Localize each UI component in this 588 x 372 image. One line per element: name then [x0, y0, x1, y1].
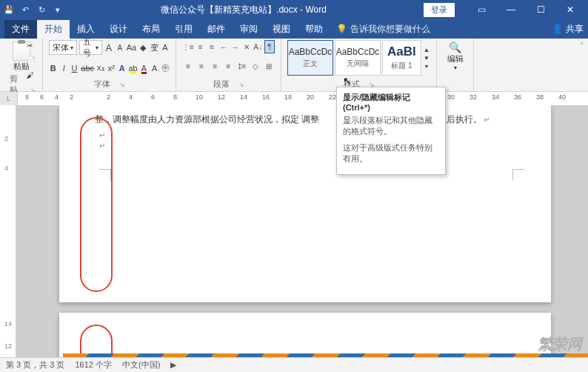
share-icon: 👤 — [552, 24, 563, 34]
show-hide-marks-button[interactable]: ¶ — [264, 40, 275, 53]
tab-selector[interactable]: L — [0, 92, 18, 105]
shading-icon[interactable]: ◇ — [250, 59, 261, 73]
page-1[interactable]: 整，调整幅度由人力资源部根据公司经营状况，拟定 调整意后执行。↵ ↵ ↵ — [59, 105, 551, 302]
group-styles: AaBbCcDc 正文 AaBbCcDc 无间隔 AaBl 标题 1 ▲ ▼ ▾… — [281, 39, 437, 91]
language-indicator[interactable]: 中文(中国) — [122, 359, 160, 371]
highlight-color-icon[interactable]: ab — [128, 62, 137, 75]
share-button[interactable]: 👤 共享 — [552, 23, 584, 36]
paragraph-launcher-icon[interactable]: ↘ — [238, 81, 244, 88]
font-launcher-icon[interactable]: ↘ — [119, 81, 125, 88]
style-heading1[interactable]: AaBl 标题 1 — [382, 40, 421, 76]
superscript-icon[interactable]: x² — [107, 62, 116, 75]
change-case-icon[interactable]: Aa — [127, 41, 136, 54]
styles-scroll-up-icon[interactable]: ▲ — [423, 47, 430, 53]
tab-layout[interactable]: 布局 — [135, 20, 167, 39]
ribbon-options-icon[interactable]: ▭ — [467, 0, 496, 19]
tab-insert[interactable]: 插入 — [70, 20, 102, 39]
font-color-icon[interactable]: A — [140, 62, 148, 75]
underline-button[interactable]: U — [70, 62, 78, 75]
paragraph-group-label: 段落 — [213, 79, 230, 90]
justify-icon[interactable]: ≡ — [222, 59, 234, 73]
group-clipboard: 粘贴 ✂ 📄 🖌 剪贴板↘ — [0, 39, 43, 91]
phonetic-guide-icon[interactable]: 变 — [150, 41, 158, 54]
login-button[interactable]: 登录 — [424, 3, 455, 17]
undo-icon[interactable]: ↶ — [19, 4, 31, 16]
page-indicator[interactable]: 第 3 页，共 3 页 — [6, 359, 64, 371]
asian-layout-icon[interactable]: ✕ — [241, 40, 252, 53]
line-spacing-icon[interactable]: ‡≡ — [236, 59, 248, 73]
tell-me-search[interactable]: 💡 告诉我你想要做什么 — [336, 23, 430, 36]
document-area[interactable]: 2 4 14 12 整，调整幅度由人力资源部根据公司经营状况，拟定 调整意后执行… — [0, 105, 588, 357]
font-group-label: 字体 — [94, 79, 110, 90]
styles-scroll-down-icon[interactable]: ▼ — [423, 55, 430, 62]
collapse-ribbon-icon[interactable]: ˄ — [580, 41, 584, 50]
group-font: 宋体▾ 五号▾ A A Aa ◆ 变 A B I U abc x₂ x² A a… — [43, 39, 176, 91]
editing-label[interactable]: 编辑 — [447, 53, 464, 64]
editing-dropdown-icon[interactable]: ▾ — [454, 64, 457, 71]
minimize-icon[interactable]: — — [496, 0, 526, 19]
tab-references[interactable]: 引用 — [167, 20, 200, 39]
tab-home[interactable]: 开始 — [37, 20, 70, 39]
horizontal-ruler[interactable]: L 8 6 4 2 2 4 6 8 10 12 14 16 18 20 22 3… — [0, 92, 588, 105]
enclose-char-icon[interactable]: ㊥ — [161, 62, 170, 75]
text-effects-icon[interactable]: A — [118, 62, 126, 75]
watermark-text: 繁荣网 — [538, 334, 582, 354]
char-shading-icon[interactable]: A — [150, 62, 158, 75]
macro-icon[interactable]: ▶ — [170, 360, 176, 370]
group-paragraph: ⋮≡ ≡ ≡ ← → ✕ A↓ ¶ ≡ ≡ ≡ ≡ ‡≡ ◇ ⊞ 段落↘ — [176, 39, 281, 91]
italic-button[interactable]: I — [59, 62, 67, 75]
paragraph-mark-icon: ↵ — [99, 142, 105, 150]
tab-help[interactable]: 帮助 — [298, 20, 330, 39]
tab-file[interactable]: 文件 — [4, 20, 37, 39]
styles-expand-icon[interactable]: ▾ — [423, 63, 430, 70]
shrink-font-icon[interactable]: A — [116, 41, 124, 54]
vertical-ruler[interactable]: 2 4 14 12 — [0, 105, 16, 357]
tab-mailings[interactable]: 邮件 — [200, 20, 233, 39]
close-icon[interactable]: ✕ — [555, 0, 585, 19]
clear-format-icon[interactable]: ◆ — [138, 41, 147, 54]
numbering-icon[interactable]: ≡ — [196, 40, 206, 53]
save-icon[interactable]: 💾 — [3, 4, 15, 16]
title-bar: 💾 ↶ ↻ ▾ 微信公众号【新精英充电站】.docx - Word 登录 ▭ —… — [0, 0, 588, 19]
tooltip-body-1: 显示段落标记和其他隐藏的格式符号。 — [343, 115, 439, 138]
align-left-icon[interactable]: ≡ — [182, 59, 194, 73]
qat-customize-icon[interactable]: ▾ — [52, 4, 64, 16]
document-text[interactable]: 整，调整幅度由人力资源部根据公司经营状况，拟定 调整意后执行。↵ — [95, 113, 515, 127]
bullets-icon[interactable]: ⋮≡ — [182, 40, 194, 53]
strikethrough-button[interactable]: abc — [81, 62, 94, 75]
paragraph-mark-icon: ↵ — [484, 116, 490, 124]
char-border-icon[interactable]: A — [161, 41, 170, 54]
tab-design[interactable]: 设计 — [102, 20, 135, 39]
page-2[interactable]: ↵ ↵ ↵ ↵ — [59, 313, 551, 357]
decrease-indent-icon[interactable]: ← — [218, 40, 229, 53]
tooltip-title: 显示/隐藏编辑标记 (Ctrl+*) — [343, 92, 439, 112]
tab-view[interactable]: 视图 — [265, 20, 298, 39]
tab-review[interactable]: 审阅 — [233, 20, 265, 39]
share-label: 共享 — [566, 23, 584, 36]
sort-icon[interactable]: A↓ — [253, 40, 263, 53]
style-normal[interactable]: AaBbCcDc 正文 — [287, 40, 333, 76]
increase-indent-icon[interactable]: → — [230, 40, 240, 53]
window-controls: ▭ — ☐ ✕ — [467, 0, 585, 19]
subscript-icon[interactable]: x₂ — [96, 62, 104, 75]
redo-icon[interactable]: ↻ — [36, 4, 47, 16]
document-title: 微信公众号【新精英充电站】.docx - Word — [64, 4, 424, 16]
align-right-icon[interactable]: ≡ — [209, 59, 221, 73]
cut-icon[interactable]: ✂ — [27, 41, 39, 53]
copy-icon[interactable]: 📄 — [27, 56, 39, 68]
group-editing: 🔍 编辑 ▾ — [437, 39, 474, 91]
bold-button[interactable]: B — [49, 62, 57, 75]
format-painter-icon[interactable]: 🖌 — [27, 71, 39, 83]
word-count[interactable]: 1612 个字 — [75, 359, 112, 371]
font-size-combo[interactable]: 五号▾ — [79, 40, 102, 55]
font-name-combo[interactable]: 宋体▾ — [49, 40, 77, 55]
lightbulb-icon: 💡 — [336, 24, 347, 34]
find-icon[interactable]: 🔍 — [449, 41, 461, 53]
multilevel-list-icon[interactable]: ≡ — [207, 40, 217, 53]
borders-icon[interactable]: ⊞ — [263, 59, 275, 73]
margin-mark-icon — [512, 169, 524, 181]
maximize-icon[interactable]: ☐ — [526, 0, 555, 19]
grow-font-icon[interactable]: A — [104, 41, 113, 54]
style-no-spacing[interactable]: AaBbCcDc 无间隔 — [335, 40, 381, 76]
align-center-icon[interactable]: ≡ — [196, 59, 207, 73]
